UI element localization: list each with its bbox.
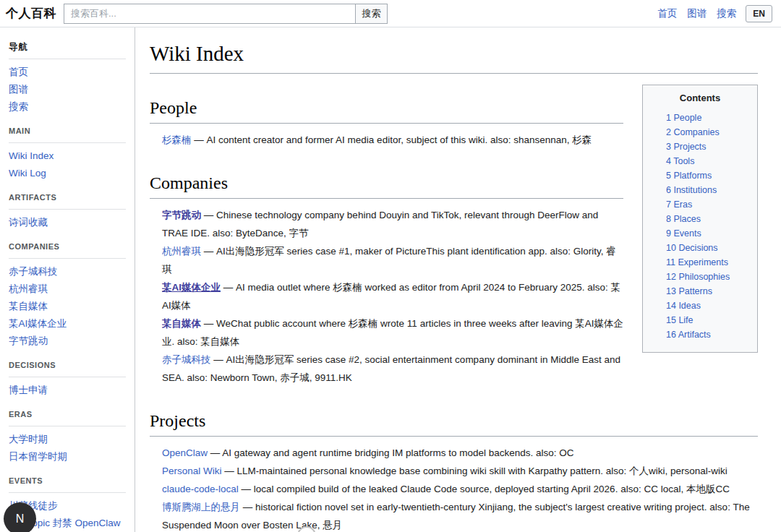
sidebar-link[interactable]: 某AI媒体企业 [9, 315, 126, 332]
section-heading: Companies [150, 173, 623, 199]
toc-link[interactable]: 11 Experiments [649, 255, 751, 270]
sidebar-link[interactable]: 赤子城科技 [9, 263, 126, 280]
entry-link[interactable]: OpenClaw [162, 447, 208, 458]
sidebar-link[interactable]: 搜索 [9, 98, 126, 116]
entry-description: — WeChat public account where 杉森楠 wrote … [162, 318, 623, 347]
entry-link[interactable]: 杉森楠 [162, 134, 192, 145]
toc-link[interactable]: 7 Eras [649, 197, 751, 212]
header-nav: 首页图谱搜索 [657, 7, 736, 20]
entry-description: — AI content creator and former AI media… [192, 134, 592, 145]
entry-link[interactable]: 博斯腾湖上的悬月 [162, 502, 240, 512]
sidebar-section-title: DECISIONS [9, 360, 126, 370]
content-section: Companies字节跳动 — Chinese technology compa… [150, 173, 623, 387]
page-title: Wiki Index [150, 42, 758, 74]
header-nav-link-1[interactable]: 图谱 [687, 7, 707, 20]
sidebar-section-title: EVENTS [9, 476, 126, 486]
sidebar-link[interactable]: Wiki Index [9, 147, 126, 165]
toc-link[interactable]: 16 Artifacts [649, 327, 751, 342]
header-nav-link-0[interactable]: 首页 [657, 7, 677, 20]
toc-items: 1 People2 Companies3 Projects4 Tools5 Pl… [649, 111, 751, 342]
sidebar-section-title: ERAS [9, 409, 126, 419]
toc-link[interactable]: 8 Places [649, 212, 751, 226]
section-heading: Projects [150, 411, 758, 437]
toc-link[interactable]: 14 Ideas [649, 299, 751, 313]
sidebar-divider [9, 209, 126, 210]
list-item: 某AI媒体企业 — AI media outlet where 杉森楠 work… [162, 278, 623, 314]
entry-list: 字节跳动 — Chinese technology company behind… [162, 206, 623, 387]
toc-link[interactable]: 10 Decisions [649, 241, 751, 255]
toc-link[interactable]: 6 Institutions [649, 183, 751, 197]
entry-description: — historical fiction novel set in early-… [162, 502, 750, 531]
sidebar-link[interactable]: 大学时期 [9, 431, 126, 448]
list-item: Personal Wiki — LLM-maintained personal … [162, 462, 758, 480]
sidebar-divider [9, 59, 126, 59]
sidebar-section: DECISIONS博士申请 [9, 360, 126, 399]
avatar[interactable]: N [4, 502, 36, 532]
entry-link[interactable]: 杭州睿琪 [162, 246, 201, 257]
section-heading: People [150, 98, 623, 124]
entry-description: — Chinese technology company behind Douy… [162, 210, 598, 239]
list-item: OpenClaw — AI gateway and agent runtime … [162, 444, 758, 462]
entry-list: 杉森楠 — AI content creator and former AI m… [162, 131, 623, 149]
toc-link[interactable]: 4 Tools [649, 154, 751, 168]
site-logo[interactable]: 个人百科 [6, 5, 56, 22]
search-input[interactable] [64, 4, 355, 23]
list-item: 杭州睿琪 — AI出海隐形冠军 series case #1, maker of… [162, 242, 623, 278]
toc-link[interactable]: 13 Patterns [649, 284, 751, 299]
entry-description: — LLM-maintained personal knowledge base… [222, 466, 727, 476]
sidebar-divider [9, 426, 126, 426]
list-item: claude-code-local — local compiled build… [162, 480, 758, 498]
sidebar-link[interactable]: 字节跳动 [9, 332, 126, 350]
entry-description: — AI gateway and agent runtime bridging … [208, 447, 574, 458]
sidebar-section: ARTIFACTS诗词收藏 [9, 192, 126, 231]
top-header: 个人百科 搜索 首页图谱搜索 EN [0, 0, 781, 27]
list-item: 博斯腾湖上的悬月 — historical fiction novel set … [162, 498, 758, 532]
toc-link[interactable]: 12 Philosophies [649, 270, 751, 284]
entry-link[interactable]: 某AI媒体企业 [162, 282, 221, 293]
toc-link[interactable]: 9 Events [649, 226, 751, 241]
toc-link[interactable]: 3 Projects [649, 140, 751, 154]
toc-link[interactable]: 1 People [649, 111, 751, 125]
list-item: 杉森楠 — AI content creator and former AI m… [162, 131, 623, 149]
sidebar-divider [9, 258, 126, 259]
entry-list: OpenClaw — AI gateway and agent runtime … [162, 444, 758, 532]
sidebar-link[interactable]: 日本留学时期 [9, 448, 126, 466]
main-content: Wiki Index Contents 1 People2 Companies3… [135, 27, 781, 532]
toc-title: Contents [649, 93, 751, 103]
sidebar-section-title: MAIN [9, 126, 126, 136]
search-button[interactable]: 搜索 [355, 4, 387, 23]
sidebar-link[interactable]: Wiki Log [9, 165, 126, 182]
entry-link[interactable]: 字节跳动 [162, 210, 201, 220]
sidebar-link[interactable]: 首页 [9, 64, 126, 81]
sidebar-link[interactable]: 博士申请 [9, 382, 126, 399]
entry-link[interactable]: 某自媒体 [162, 318, 201, 329]
sidebar-link[interactable]: 图谱 [9, 81, 126, 98]
sidebar-section-title: COMPANIES [9, 241, 126, 252]
sidebar-divider [9, 492, 126, 493]
language-toggle-button[interactable]: EN [746, 5, 772, 22]
toc-link[interactable]: 2 Companies [649, 125, 751, 140]
entry-link[interactable]: claude-code-local [162, 484, 239, 494]
header-nav-link-2[interactable]: 搜索 [717, 7, 736, 20]
list-item: 字节跳动 — Chinese technology company behind… [162, 206, 623, 242]
toc-link[interactable]: 5 Platforms [649, 168, 751, 183]
entry-link[interactable]: Personal Wiki [162, 466, 222, 476]
content-section: People杉森楠 — AI content creator and forme… [150, 98, 623, 149]
table-of-contents: Contents 1 People2 Companies3 Projects4 … [642, 85, 758, 353]
avatar-initial: N [16, 512, 25, 525]
sidebar-divider [9, 142, 126, 143]
sidebar-divider [9, 377, 126, 377]
sidebar: 导航首页图谱搜索MAINWiki IndexWiki LogARTIFACTS诗… [0, 27, 135, 532]
toc-link[interactable]: 15 Life [649, 313, 751, 327]
sidebar-link[interactable]: 诗词收藏 [9, 214, 126, 231]
sidebar-link[interactable]: 某自媒体 [9, 298, 126, 315]
sidebar-section: MAINWiki IndexWiki Log [9, 126, 126, 182]
entry-description: — AI出海隐形冠军 series case #2, social entert… [162, 354, 620, 383]
sidebar-section-title: 导航 [9, 42, 126, 52]
sidebar-link[interactable]: 杭州睿琪 [9, 280, 126, 298]
entry-description: — AI media outlet where 杉森楠 worked as ed… [162, 282, 620, 311]
entry-link[interactable]: 赤子城科技 [162, 354, 211, 365]
list-item: 某自媒体 — WeChat public account where 杉森楠 w… [162, 314, 623, 351]
sidebar-section: ERAS大学时期日本留学时期 [9, 409, 126, 466]
entry-description: — local compiled build of the leaked Cla… [239, 484, 730, 494]
